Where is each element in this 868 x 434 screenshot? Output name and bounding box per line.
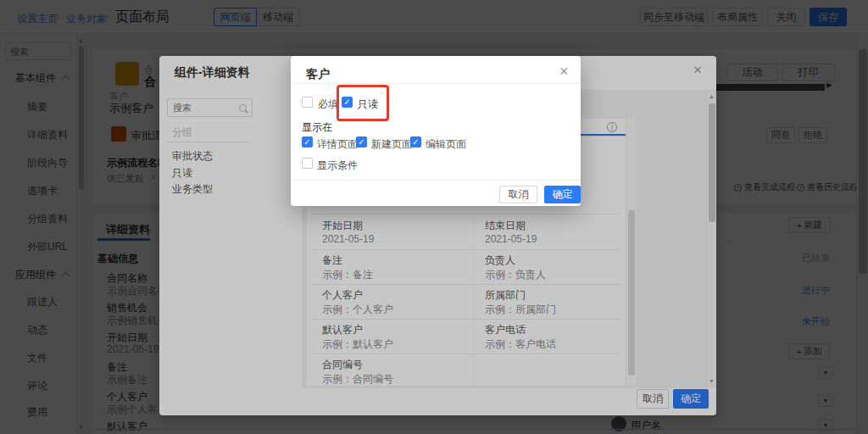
check-icon: ✓ xyxy=(303,138,310,147)
required-checkbox[interactable]: ✓ xyxy=(302,97,313,108)
edit-page-checkbox[interactable]: ✓ xyxy=(410,136,421,147)
dialog-ok-button[interactable]: 确定 xyxy=(544,186,581,203)
page-layout-editor: 设置主页 › 业务对象 › 页面布局 网页端 移动端 同步至移动端 布局属性 关… xyxy=(0,0,868,434)
check-icon: ✓ xyxy=(358,138,364,147)
display-in-label: 显示在 xyxy=(302,120,332,135)
dialog-header-divider xyxy=(291,83,581,84)
dialog-footer-divider xyxy=(291,180,581,181)
annotation-highlight-box xyxy=(337,85,389,121)
edit-page-checkbox-label[interactable]: 编辑页面 xyxy=(426,137,466,152)
field-dialog xyxy=(291,56,581,206)
new-page-checkbox[interactable]: ✓ xyxy=(356,136,367,147)
detail-page-checkbox-label[interactable]: 详情页面 xyxy=(317,137,358,152)
new-page-checkbox-label[interactable]: 新建页面 xyxy=(371,137,412,152)
required-checkbox-label[interactable]: 必填 xyxy=(318,97,338,112)
display-condition-checkbox-label[interactable]: 显示条件 xyxy=(317,159,358,173)
check-icon: ✓ xyxy=(412,138,419,147)
dialog-cancel-button[interactable]: 取消 xyxy=(499,186,537,203)
detail-page-checkbox[interactable]: ✓ xyxy=(302,136,313,147)
display-condition-checkbox[interactable]: ✓ xyxy=(302,158,313,169)
field-dialog-title: 客户 xyxy=(306,67,330,82)
close-icon[interactable]: × xyxy=(559,64,569,79)
